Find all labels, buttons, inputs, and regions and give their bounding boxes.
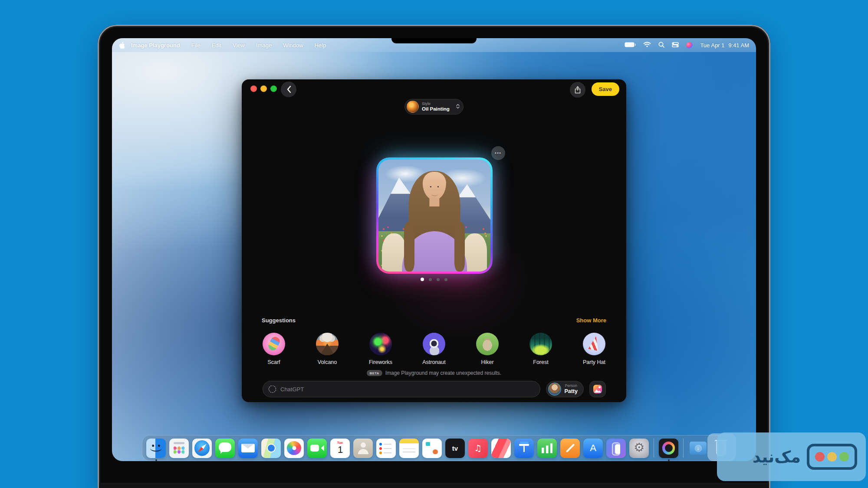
party-hat-icon	[583, 333, 605, 355]
suggestions-row: ScarfVolcanoFireworksAstronautHikerFores…	[262, 333, 606, 365]
hiker-icon	[476, 333, 499, 355]
close-button[interactable]	[250, 85, 257, 92]
suggestions-title: Suggestions	[262, 317, 296, 324]
apple-menu-icon[interactable]	[119, 42, 125, 49]
menu-edit[interactable]: Edit	[212, 42, 221, 49]
finder-dock-icon[interactable]	[146, 439, 166, 458]
suggestions-header: Suggestions Show More	[262, 317, 606, 324]
menubar-clock[interactable]: Tue Apr 1 9:41 AM	[700, 42, 749, 49]
menu-window[interactable]: Window	[283, 42, 303, 49]
page-dot-2[interactable]	[429, 278, 432, 281]
watermark-green-dot	[839, 452, 849, 462]
downloads-dock-icon[interactable]	[688, 439, 708, 458]
composer-bar: Person Patty	[263, 381, 606, 397]
app-store-dock-icon[interactable]	[583, 439, 603, 458]
music-dock-icon[interactable]	[468, 439, 488, 458]
suggestion-label: Forest	[533, 359, 548, 365]
messages-dock-icon[interactable]	[215, 439, 235, 458]
siri-icon[interactable]	[686, 42, 693, 49]
person-chip[interactable]: Person Patty	[546, 381, 584, 397]
person-avatar	[548, 383, 561, 396]
photos-dock-icon[interactable]	[284, 439, 304, 458]
news-dock-icon[interactable]	[491, 439, 511, 458]
menu-help[interactable]: Help	[314, 42, 326, 49]
mail-dock-icon[interactable]	[238, 439, 258, 458]
launchpad-dock-icon[interactable]	[169, 439, 189, 458]
menu-image[interactable]: Image	[256, 42, 272, 49]
suggestion-label: Scarf	[267, 359, 280, 365]
beta-text: Image Playground may create unexpected r…	[385, 370, 501, 376]
spotlight-search-icon[interactable]	[658, 42, 664, 49]
contacts-dock-icon[interactable]	[353, 439, 373, 458]
zoom-button[interactable]	[270, 85, 277, 92]
volcano-icon	[316, 333, 339, 355]
traffic-lights	[250, 85, 277, 92]
page-dot-1[interactable]	[421, 278, 424, 281]
facetime-dock-icon[interactable]	[307, 439, 327, 458]
suggestion-volcano[interactable]: Volcano	[315, 333, 339, 365]
suggestion-fireworks[interactable]: Fireworks	[368, 333, 393, 365]
menubar-time: 9:41 AM	[728, 42, 749, 49]
page-dot-3[interactable]	[437, 278, 440, 281]
prompt-input[interactable]	[263, 381, 540, 397]
hair-strand	[404, 222, 414, 272]
back-button[interactable]	[281, 82, 296, 97]
notes-dock-icon[interactable]	[399, 439, 419, 458]
safari-dock-icon[interactable]	[192, 439, 212, 458]
style-thumbnail-icon	[407, 101, 419, 113]
person-chip-text: Person Patty	[564, 384, 578, 394]
watermark-logo	[807, 444, 857, 470]
macbook-screen-wallpaper: Image Playground FileEditViewImageWindow…	[112, 38, 756, 461]
image-playground-dock-icon[interactable]	[659, 439, 678, 458]
hair-strand	[454, 222, 464, 272]
reminders-dock-icon[interactable]	[376, 439, 396, 458]
tv-dock-icon[interactable]	[445, 439, 465, 458]
fireworks-icon	[369, 333, 392, 355]
style-picker-text: Style Oil Painting	[422, 102, 450, 112]
calendar-day: 1	[330, 444, 350, 455]
keynote-dock-icon[interactable]	[514, 439, 534, 458]
minimize-button[interactable]	[260, 85, 267, 92]
settings-dock-icon[interactable]	[629, 439, 649, 458]
suggestion-party-hat[interactable]: Party Hat	[582, 333, 606, 365]
menubar-menus: FileEditViewImageWindowHelp	[191, 42, 326, 49]
suggestion-label: Fireworks	[369, 359, 392, 365]
page-dots	[421, 278, 447, 281]
freeform-dock-icon[interactable]	[422, 439, 442, 458]
suggestion-label: Party Hat	[583, 359, 605, 365]
more-options-button[interactable]	[491, 146, 505, 160]
chatgpt-icon	[269, 386, 276, 393]
beta-badge: BETA	[367, 370, 382, 376]
suggestion-hiker[interactable]: Hiker	[475, 333, 500, 365]
iphone-mirroring-dock-icon[interactable]	[606, 439, 626, 458]
numbers-dock-icon[interactable]	[537, 439, 557, 458]
menu-file[interactable]: File	[191, 42, 201, 49]
desktop-background: Image Playground FileEditViewImageWindow…	[0, 0, 868, 488]
suggestion-forest[interactable]: Forest	[529, 333, 553, 365]
calendar-dock-icon[interactable]: Tue1	[330, 439, 350, 458]
prompt-field-wrap	[263, 381, 540, 397]
menu-view[interactable]: View	[233, 42, 245, 49]
pages-dock-icon[interactable]	[560, 439, 580, 458]
watermark-yellow-dot	[827, 452, 837, 462]
generated-image[interactable]	[376, 157, 493, 274]
save-button[interactable]: Save	[592, 82, 619, 96]
watermark-text: مک‌نید	[753, 448, 801, 466]
scarf-icon	[263, 333, 285, 355]
battery-icon[interactable]	[625, 42, 636, 49]
menubar-app-name[interactable]: Image Playground	[131, 42, 180, 49]
page-dot-4[interactable]	[444, 278, 447, 281]
style-picker[interactable]: Style Oil Painting	[404, 99, 464, 115]
forest-icon	[529, 333, 552, 355]
suggestion-scarf[interactable]: Scarf	[262, 333, 286, 365]
photos-picker-button[interactable]	[589, 381, 606, 397]
watermark: مک‌نید	[717, 432, 866, 481]
control-center-icon[interactable]	[672, 42, 679, 49]
share-button[interactable]	[570, 82, 585, 98]
menubar-status-area: Tue Apr 1 9:41 AM	[625, 42, 749, 49]
wifi-icon[interactable]	[643, 42, 651, 49]
show-more-button[interactable]: Show More	[576, 317, 606, 324]
running-indicator-dot	[668, 459, 670, 461]
maps-dock-icon[interactable]	[261, 439, 281, 458]
suggestion-astronaut[interactable]: Astronaut	[422, 333, 446, 365]
